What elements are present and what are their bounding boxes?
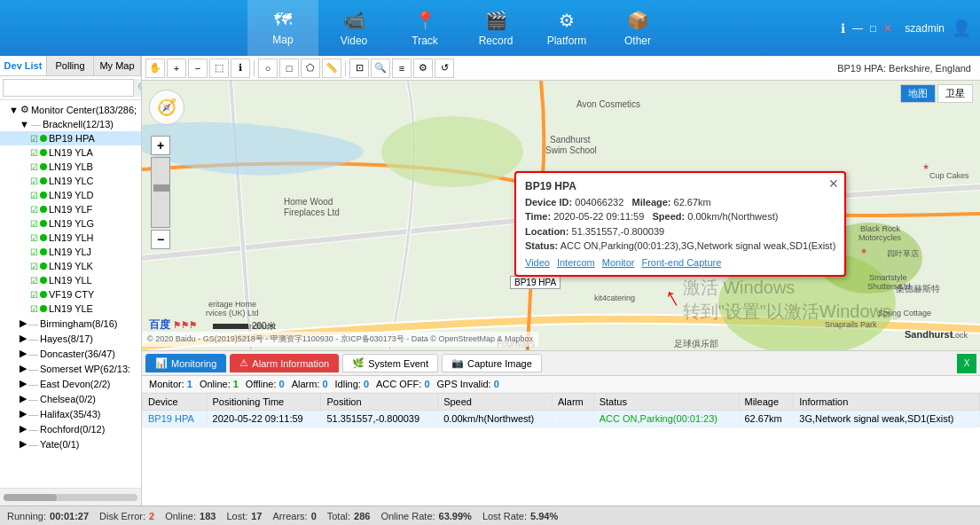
- popup-link-monitor[interactable]: Monitor: [602, 257, 635, 268]
- col-position: Position: [321, 394, 438, 411]
- circle-tool[interactable]: ○: [258, 59, 278, 78]
- svg-text:Black Rock: Black Rock: [860, 224, 901, 233]
- status-dot-green: [40, 177, 47, 184]
- tree-ln19-ylk[interactable]: ☑ LN19 YLK: [0, 259, 141, 273]
- map-toggle-map[interactable]: 地图: [900, 84, 936, 103]
- info-tool[interactable]: ℹ: [231, 59, 250, 78]
- zoom-in-tool[interactable]: +: [167, 59, 186, 78]
- polygon-tool[interactable]: ⬠: [301, 59, 320, 78]
- window-close[interactable]: ✕: [883, 22, 892, 35]
- select-tool[interactable]: ⬚: [209, 59, 229, 78]
- pan-tool[interactable]: ✋: [145, 59, 165, 78]
- tree-label: LN19 YLD: [49, 190, 94, 200]
- tree-ln19-yla[interactable]: ☑ LN19 YLA: [0, 145, 141, 160]
- tree-ln19-ylh[interactable]: ☑ LN19 YLH: [0, 231, 141, 245]
- tree-vf19-cty[interactable]: ☑ VF19 CTY: [0, 287, 141, 302]
- status-running: Running: 00:01:27: [7, 511, 89, 521]
- bottom-tab-right: X: [957, 354, 976, 373]
- tree-label: Monitor Center(183/286;: [31, 105, 137, 115]
- excel-export-button[interactable]: X: [957, 354, 976, 373]
- settings-tool[interactable]: ⚙: [413, 59, 433, 78]
- col-device: Device: [143, 394, 208, 411]
- nav-item-platform[interactable]: ⚙ Platform: [531, 0, 602, 56]
- zoom-window-tool[interactable]: 🔍: [371, 59, 390, 78]
- status-arrears: Arrears: 0: [273, 511, 317, 521]
- search-input[interactable]: [3, 79, 134, 97]
- tree-ln19-ylf[interactable]: ☑ LN19 YLF: [0, 202, 141, 216]
- rect-tool[interactable]: □: [279, 59, 299, 78]
- svg-text:Smartstyle: Smartstyle: [869, 273, 907, 282]
- tree-ln19-ylb[interactable]: ☑ LN19 YLB: [0, 160, 141, 174]
- tree-hayes[interactable]: ▶ — Hayes(8/17): [0, 331, 141, 346]
- tab-polling[interactable]: Polling: [47, 56, 94, 75]
- window-maximize[interactable]: □: [870, 22, 876, 35]
- popup-link-capture[interactable]: Front-end Capture: [641, 257, 721, 268]
- table-row[interactable]: BP19 HPA 2020-05-22 09:11:59 51.351557,-…: [143, 411, 980, 427]
- map-toggle-satellite[interactable]: 卫星: [937, 84, 973, 103]
- popup-close-button[interactable]: ✕: [828, 176, 839, 191]
- refresh-tool[interactable]: ↺: [435, 59, 454, 78]
- tree-ln19-yll[interactable]: ☑ LN19 YLL: [0, 273, 141, 287]
- layers-tool[interactable]: ≡: [392, 59, 412, 78]
- tree-ln19-yld[interactable]: ☑ LN19 YLD: [0, 188, 141, 202]
- tab-monitoring[interactable]: 📊 Monitoring: [145, 354, 226, 372]
- tree-monitor-center[interactable]: ▼ ⚙ Monitor Center(183/286;: [0, 102, 141, 117]
- nav-item-video[interactable]: 📹 Video: [318, 0, 389, 56]
- tree-label: Birmingham(8/16): [40, 318, 117, 329]
- tab-dev-list[interactable]: Dev List: [0, 56, 47, 75]
- zoom-out-tool[interactable]: −: [188, 59, 208, 78]
- tree-somerset[interactable]: ▶ — Somerset WP(62/13:: [0, 361, 141, 376]
- tab-alarm[interactable]: ⚠ Alarm Information: [230, 354, 339, 372]
- nav-right: ℹ — □ ✕ szadmin 👤: [841, 19, 971, 38]
- svg-text:Sandhurst: Sandhurst: [550, 135, 591, 145]
- tree-chelsea[interactable]: ▶ — Chelsea(0/2): [0, 391, 141, 406]
- tree-bp19-hpa[interactable]: ☑ BP19 HPA: [0, 131, 141, 145]
- checkbox-icon: ☑: [30, 276, 38, 286]
- tree-rochford[interactable]: ▶ — Rochford(0/12): [0, 421, 141, 436]
- col-positioning-time: Positioning Time: [207, 394, 321, 411]
- tree-ln19-ylg[interactable]: ☑ LN19 YLG: [0, 216, 141, 231]
- svg-text:Lock: Lock: [951, 331, 968, 340]
- popup-link-intercom[interactable]: Intercom: [557, 257, 595, 268]
- popup-time-row: Time: 2020-05-22 09:11:59 Speed: 0.00km/…: [525, 210, 835, 223]
- dash-icon: —: [28, 424, 38, 435]
- zoom-out-button[interactable]: −: [151, 230, 170, 249]
- cell-alarm: [553, 411, 594, 427]
- tree-birmingham[interactable]: ▶ — Birmingham(8/16): [0, 316, 141, 331]
- tab-system-event[interactable]: 🌿 System Event: [342, 354, 438, 372]
- nav-item-map[interactable]: 🗺 Map: [247, 0, 318, 56]
- tree-ln19-yle[interactable]: ☑ LN19 YLE: [0, 302, 141, 316]
- checkbox-icon: ☑: [30, 247, 38, 257]
- zoom-thumb[interactable]: [153, 184, 169, 192]
- status-dot-green: [40, 248, 47, 255]
- search-button[interactable]: 🔍: [134, 79, 142, 97]
- zoom-in-button[interactable]: +: [151, 136, 170, 155]
- popup-mileage-label: Mileage:: [632, 197, 671, 208]
- status-dot-green: [40, 163, 47, 170]
- tree-bracknell[interactable]: ▼ — Bracknell(12/13): [0, 117, 141, 131]
- window-minimize[interactable]: —: [852, 22, 863, 35]
- tab-capture[interactable]: 📷 Capture Image: [442, 354, 542, 372]
- compass[interactable]: 🧭: [149, 90, 184, 125]
- tree-halifax[interactable]: ▶ — Halifax(35/43): [0, 406, 141, 421]
- tree-label: Yate(0/1): [40, 439, 79, 450]
- tree-area: ▼ ⚙ Monitor Center(183/286; ▼ — Bracknel…: [0, 100, 141, 488]
- nav-item-track[interactable]: 📍 Track: [389, 0, 460, 56]
- tree-doncaster[interactable]: ▶ — Doncaster(36/47): [0, 346, 141, 361]
- status-lost-rate: Lost Rate: 5.94%: [482, 511, 558, 521]
- zoom-fit-tool[interactable]: ⊡: [349, 59, 369, 78]
- nav-item-other[interactable]: 📦 Other: [602, 0, 673, 56]
- tree-east-devon[interactable]: ▶ — East Devon(2/2): [0, 376, 141, 391]
- tab-my-map[interactable]: My Map: [94, 56, 141, 75]
- popup-link-video[interactable]: Video: [525, 257, 550, 268]
- tree-yate[interactable]: ▶ — Yate(0/1): [0, 436, 141, 451]
- map-attribution: © 2020 Baidu - GS(2019)5218号 - 甲测资字11009…: [142, 332, 538, 347]
- checkbox-icon: ☑: [30, 134, 38, 144]
- tree-ln19-ylj[interactable]: ☑ LN19 YLJ: [0, 245, 141, 259]
- svg-text:四叶草店: 四叶草店: [887, 249, 919, 258]
- ruler-tool[interactable]: 📏: [322, 59, 341, 78]
- zoom-slider[interactable]: [151, 157, 170, 228]
- svg-text:Motorcycles: Motorcycles: [858, 233, 902, 242]
- nav-item-record[interactable]: 🎬 Record: [460, 0, 531, 56]
- tree-ln19-ylc[interactable]: ☑ LN19 YLC: [0, 174, 141, 188]
